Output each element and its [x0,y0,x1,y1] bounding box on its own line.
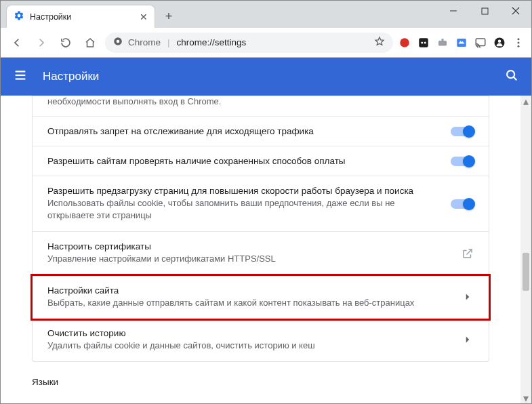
maximize-button[interactable] [469,1,500,21]
svg-point-22 [507,70,514,78]
svg-point-9 [424,41,426,43]
scroll-up-arrow[interactable]: ▴ [520,96,531,106]
svg-rect-10 [438,41,447,46]
minimize-button[interactable] [438,1,469,21]
close-tab-icon[interactable]: ✕ [140,12,148,22]
settings-title: Настройки [43,70,489,83]
bookmark-star-icon[interactable] [374,36,385,49]
browser-toolbar: Chrome | chrome://settings [1,28,531,58]
svg-rect-1 [482,8,488,14]
vertical-scrollbar[interactable]: ▴ ▾ [520,96,531,403]
extension-icon[interactable] [398,37,411,49]
svg-rect-13 [476,39,485,46]
cast-icon[interactable] [474,37,487,49]
svg-point-5 [117,40,120,43]
menu-icon[interactable] [512,37,525,49]
setting-description: Удалить файлы cookie и данные сайтов, оч… [47,340,451,352]
svg-point-15 [498,39,502,43]
forward-button[interactable] [32,33,51,52]
extensions-area [398,37,525,49]
gear-icon [14,10,24,24]
setting-label: Отправлять запрет на отслеживание для ис… [47,126,440,136]
toggle-switch[interactable] [451,127,474,136]
svg-point-17 [518,41,520,43]
scroll-down-arrow[interactable]: ▾ [520,392,531,403]
new-tab-button[interactable]: + [159,7,178,26]
setting-row-certificates[interactable]: Настроить сертификаты Управление настрой… [33,232,489,275]
settings-header: Настройки [1,58,531,96]
section-heading-languages: Языки [32,377,489,387]
extension-icon[interactable] [455,37,468,49]
partial-row: необходимости выполнять вход в Chrome. [33,96,489,117]
setting-label: Разрешить предзагрузку страниц для повыш… [47,186,440,196]
address-bar[interactable]: Chrome | chrome://settings [105,33,393,53]
external-link-icon [462,247,474,260]
settings-card: необходимости выполнять вход в Chrome. О… [32,96,489,362]
setting-row-do-not-track[interactable]: Отправлять запрет на отслеживание для ис… [33,117,489,146]
svg-point-18 [518,45,520,47]
back-button[interactable] [7,33,26,52]
setting-description: Использовать файлы cookie, чтобы запомни… [47,197,440,222]
content-area: необходимости выполнять вход в Chrome. О… [1,96,531,403]
close-window-button[interactable] [500,1,531,21]
svg-point-16 [518,38,520,40]
setting-label: Разрешить сайтам проверять наличие сохра… [47,156,440,166]
toggle-switch[interactable] [451,157,474,166]
browser-tab[interactable]: Настройки ✕ [6,5,155,28]
svg-rect-11 [442,39,444,41]
svg-rect-7 [419,38,428,47]
extension-icon[interactable] [417,37,430,49]
toggle-switch[interactable] [451,199,474,209]
setting-row-clear-history[interactable]: Очистить историю Удалить файлы cookie и … [33,319,489,361]
chrome-logo-icon [113,37,123,48]
window-titlebar: Настройки ✕ + [1,1,531,28]
profile-avatar[interactable] [493,37,506,49]
setting-row-payment-check[interactable]: Разрешить сайтам проверять наличие сохра… [33,146,489,176]
hamburger-menu-icon[interactable] [13,68,28,85]
setting-label: Очистить историю [47,328,451,338]
scrollbar-thumb[interactable] [523,253,529,291]
extension-icon[interactable] [436,37,449,49]
svg-point-8 [421,41,423,43]
url-host: Chrome [128,37,161,47]
window-controls [438,1,531,21]
reload-button[interactable] [56,33,75,52]
setting-description: Выбрать, какие данные отправлять сайтам … [47,297,451,309]
chevron-right-icon [462,291,474,303]
setting-description: Управление настройками и сертификатами H… [47,253,451,265]
home-button[interactable] [81,33,100,52]
url-path: chrome://settings [177,37,247,47]
chevron-right-icon [462,334,474,346]
svg-point-6 [400,38,409,47]
setting-label: Настройки сайта [47,285,451,296]
setting-row-site-settings[interactable]: Настройки сайта Выбрать, какие данные от… [30,274,491,321]
setting-row-preload[interactable]: Разрешить предзагрузку страниц для повыш… [33,176,489,232]
setting-label: Настроить сертификаты [47,241,451,251]
tab-title: Настройки [30,12,134,22]
search-icon[interactable] [504,68,519,85]
svg-line-23 [514,77,517,81]
